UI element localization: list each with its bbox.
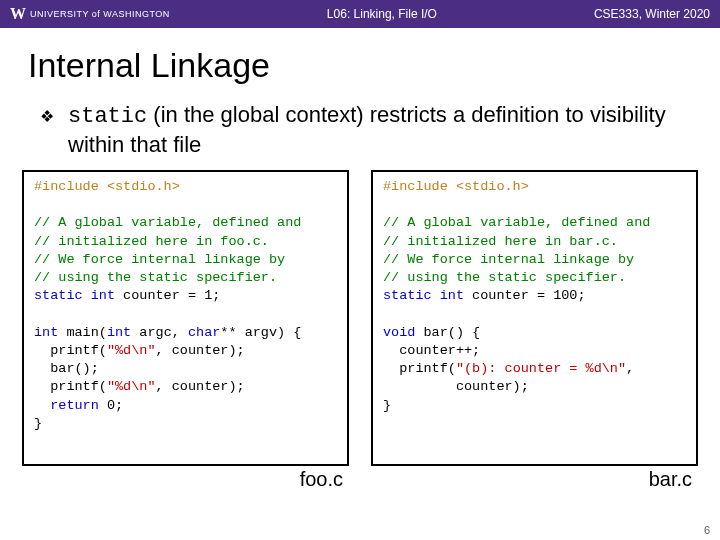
body-line: static (in the global context) restricts… <box>68 101 680 158</box>
uw-logo: W UNIVERSITY of WASHINGTON <box>10 5 170 23</box>
page-title: Internal Linkage <box>0 28 720 93</box>
code-left: #include <stdio.h> // A global variable,… <box>22 170 349 466</box>
page-number: 6 <box>704 524 710 536</box>
institution-name: UNIVERSITY of WASHINGTON <box>30 9 170 19</box>
course-info: CSE333, Winter 2020 <box>594 7 710 21</box>
code-right: #include <stdio.h> // A global variable,… <box>371 170 698 466</box>
file-labels: foo.c bar.c <box>0 466 720 491</box>
bullet-icon: ❖ <box>40 107 54 127</box>
static-keyword: static <box>68 104 147 129</box>
w-mark-icon: W <box>10 5 26 23</box>
code-panels: #include <stdio.h> // A global variable,… <box>0 170 720 466</box>
lecture-title: L06: Linking, File I/O <box>170 7 594 21</box>
body-paragraph: ❖ static (in the global context) restric… <box>0 93 720 170</box>
header-bar: W UNIVERSITY of WASHINGTON L06: Linking,… <box>0 0 720 28</box>
body-rest: (in the global context) restricts a defi… <box>68 102 666 157</box>
filename-left: foo.c <box>22 468 349 491</box>
filename-right: bar.c <box>371 468 698 491</box>
